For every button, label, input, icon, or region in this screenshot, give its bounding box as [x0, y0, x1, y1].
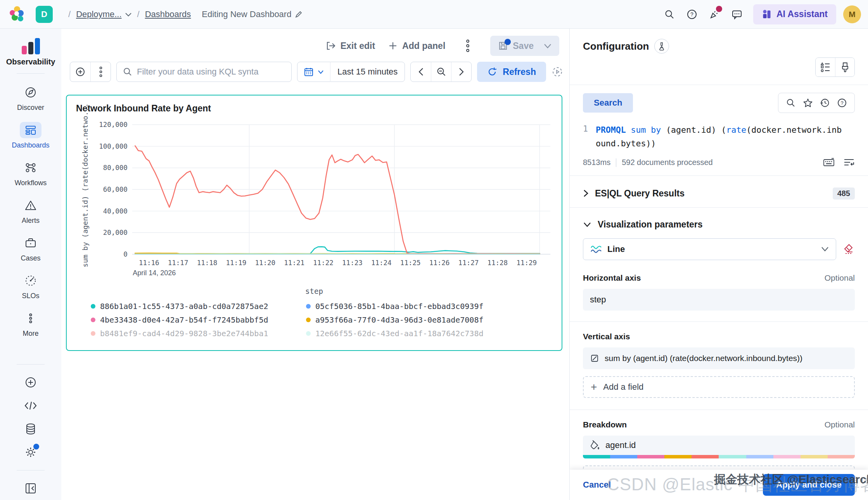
sidebar-item-alerts[interactable]: Alerts: [20, 197, 41, 225]
legend-item[interactable]: 05cf5036-85b1-4baa-bbcf-ebbad3c0939f: [306, 302, 521, 311]
line-chart[interactable]: 020,00040,00060,00080,000100,000120,0001…: [88, 118, 554, 286]
horizontal-axis-label: Horizontal axis: [583, 273, 641, 283]
sidebar-item-dashboards[interactable]: Dashboards: [12, 122, 49, 149]
appearance-brush-icon[interactable]: [835, 58, 854, 76]
sidebar-item-label: Discover: [17, 104, 44, 112]
svg-text:11:26: 11:26: [429, 259, 450, 267]
collapse-sidebar-icon[interactable]: [22, 481, 39, 496]
feedback-icon[interactable]: [728, 5, 746, 24]
left-sidebar: Observability Discover Dashboards Workfl…: [0, 29, 61, 500]
svg-text:11:24: 11:24: [371, 259, 392, 267]
search-icon: [123, 67, 132, 76]
tech-preview-flask-icon[interactable]: [654, 39, 669, 54]
help-icon[interactable]: ?: [834, 96, 850, 109]
auto-refresh-icon[interactable]: [552, 62, 563, 81]
ai-assistant-button[interactable]: AI Assistant: [753, 4, 836, 24]
legend-item[interactable]: 886b1a01-1c55-4373-a0ab-cd0a72875ae2: [91, 302, 306, 311]
esql-query-editor[interactable]: 1 PROMQL sum by (agent.id) (rate(docker.…: [583, 123, 855, 151]
calendar-icon[interactable]: [297, 67, 330, 77]
breadcrumb-separator: /: [68, 9, 71, 19]
elastic-logo-icon[interactable]: [7, 4, 27, 24]
exit-edit-label: Exit edit: [341, 41, 375, 51]
inspect-search-icon[interactable]: [783, 96, 799, 109]
history-icon[interactable]: [817, 96, 833, 109]
app-window: D / Deployme... / Dashboards Editing New…: [0, 0, 868, 500]
esql-results-accordion[interactable]: ES|QL Query Results 485: [583, 188, 855, 200]
data-management-icon[interactable]: [22, 421, 39, 437]
toolbar-more-icon[interactable]: [458, 36, 477, 55]
save-button[interactable]: Save: [490, 36, 559, 56]
cancel-button[interactable]: Cancel: [583, 480, 611, 490]
breakdown-value: agent.id: [605, 440, 636, 450]
add-circle-icon[interactable]: [22, 375, 39, 390]
query-menu-icon[interactable]: [90, 62, 111, 82]
apply-and-close-button[interactable]: Apply and close: [763, 474, 855, 496]
sidebar-item-discover[interactable]: Discover: [17, 84, 44, 112]
horizontal-axis-field[interactable]: step: [583, 289, 855, 311]
sidebar-item-workflows[interactable]: Workflows: [15, 160, 47, 187]
legend-color-dot: [91, 304, 95, 309]
refresh-icon: [487, 67, 497, 77]
breadcrumb-deployment-link[interactable]: Deployme...: [76, 9, 121, 19]
search-tab[interactable]: Search: [583, 93, 633, 113]
add-field-button[interactable]: + Add a field: [583, 376, 855, 398]
breakdown-field[interactable]: agent.id: [583, 436, 855, 458]
unsaved-changes-dot: [505, 39, 511, 45]
keyboard-shortcuts-icon[interactable]: [823, 158, 835, 168]
breadcrumb-dashboards-link[interactable]: Dashboards: [145, 9, 191, 19]
add-panel-button[interactable]: Add panel: [388, 41, 445, 51]
legend-item[interactable]: 4be33438-d0e4-42a7-b54f-f7245babbf5d: [91, 315, 306, 325]
config-divider: [570, 410, 868, 410]
refresh-button[interactable]: Refresh: [477, 62, 546, 82]
kql-filter-field[interactable]: [116, 62, 292, 82]
legend-item[interactable]: b8481ef9-cad4-4d29-9828-3be2e744bba1: [91, 329, 306, 338]
search-icon[interactable]: [660, 5, 679, 24]
sidebar-app-title: Observability: [6, 57, 55, 66]
time-back-icon[interactable]: [411, 62, 431, 82]
help-icon[interactable]: ?: [683, 5, 701, 24]
sidebar-item-cases[interactable]: Cases: [20, 235, 41, 262]
time-forward-icon[interactable]: [451, 62, 471, 82]
chart-type-value: Line: [607, 244, 625, 254]
legend-item[interactable]: 12e66f55-62dc-43ed-aa1f-18a7642c738d: [306, 329, 521, 338]
clear-layer-icon[interactable]: [843, 243, 855, 255]
kql-filter-input[interactable]: [137, 67, 285, 77]
sidebar-item-label: Workflows: [15, 179, 47, 187]
edit-pencil-icon[interactable]: [294, 10, 303, 19]
zoom-out-icon[interactable]: [431, 62, 451, 82]
star-icon[interactable]: [800, 96, 816, 109]
save-menu-chevron-icon[interactable]: [544, 43, 552, 49]
workflows-icon: [20, 160, 41, 176]
deployment-badge[interactable]: D: [36, 6, 53, 23]
sidebar-item-more[interactable]: More: [20, 310, 41, 338]
filter-controls-group: [70, 62, 111, 82]
exit-edit-button[interactable]: Exit edit: [326, 41, 375, 51]
settings-gear-icon[interactable]: [22, 444, 39, 460]
layer-settings-icon[interactable]: [816, 58, 835, 76]
time-range-value[interactable]: Last 15 minutes: [330, 67, 405, 77]
chart-type-select[interactable]: Line: [583, 238, 836, 260]
sidebar-item-slos[interactable]: SLOs: [20, 273, 41, 300]
add-filter-icon[interactable]: [70, 62, 90, 82]
config-panel-title: Configuration: [583, 40, 649, 52]
chevron-down-icon[interactable]: [125, 12, 132, 17]
config-footer: Cancel Apply and close: [570, 470, 868, 500]
user-avatar[interactable]: M: [843, 5, 861, 23]
color-palette-icon: [590, 440, 600, 450]
settings-badge-dot: [33, 444, 39, 450]
stats-divider: [616, 158, 616, 167]
query-text[interactable]: PROMQL sum by (agent.id) (rate(docker.ne…: [596, 123, 844, 151]
query-line-number: 1: [583, 123, 588, 151]
svg-text:100,000: 100,000: [99, 142, 128, 150]
line-chart-icon: [590, 244, 602, 254]
submit-query-icon[interactable]: [843, 158, 855, 168]
news-icon[interactable]: [705, 5, 724, 24]
legend-item[interactable]: a953f66a-77f0-4d3a-96d3-0e81ade7008f: [306, 315, 521, 325]
dev-tools-icon[interactable]: [22, 398, 39, 413]
query-mode-row: Search ?: [583, 93, 855, 113]
chart-panel[interactable]: Network Inbound Rate by Agent sum by (ag…: [66, 95, 562, 351]
chevron-right-icon: [583, 189, 589, 198]
vertical-axis-field[interactable]: sum by (agent.id) (rate(docker.network.i…: [583, 347, 855, 369]
query-docs-processed: 592 documents processed: [622, 158, 713, 167]
viz-params-accordion[interactable]: Visualization parameters: [583, 219, 855, 230]
